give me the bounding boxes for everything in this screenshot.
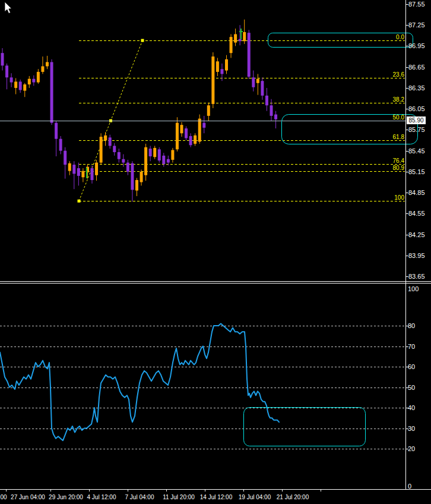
candle-body (131, 163, 134, 190)
time-axis-label: 7 Jul 04:00 (125, 494, 154, 501)
candle-body (77, 168, 80, 176)
candle-body (274, 115, 277, 119)
candle-body (1, 53, 4, 65)
price-axis-tick (405, 213, 408, 214)
oscillator-axis-label: 50 (408, 384, 415, 390)
price-axis-tick (405, 25, 408, 26)
candle-body (234, 34, 237, 42)
price-axis-label: 86.05 (408, 106, 425, 112)
chart-canvas[interactable] (0, 0, 431, 504)
oscillator-axis-label: 0 (408, 483, 411, 490)
candle-body (32, 79, 35, 83)
candle-body (230, 37, 233, 53)
oscillator-axis-tick (405, 429, 408, 429)
time-axis-tick (205, 489, 205, 492)
candle-body (185, 128, 188, 138)
candle-body (91, 168, 94, 180)
price-axis-tick (405, 276, 408, 277)
oscillator-line (0, 324, 279, 441)
oscillator-axis-label: 100 (408, 286, 419, 292)
oscillator-axis-tick (405, 326, 408, 326)
oscillator-axis-label: 20 (408, 446, 415, 452)
candle-body (265, 96, 268, 105)
candle-body (140, 172, 143, 182)
fib-level-label: 76.4 (393, 158, 404, 164)
candle-body (167, 159, 170, 163)
price-axis-label: 87.25 (408, 22, 425, 29)
time-axis-tick (321, 489, 321, 492)
time-axis-tick (166, 489, 167, 492)
candle-body (243, 32, 246, 41)
price-axis-tick (405, 88, 408, 89)
candle-body (81, 171, 84, 178)
time-axis-label: 14 Jul 12:00 (200, 494, 233, 501)
candle-body (149, 149, 152, 156)
candle-body (176, 123, 179, 150)
time-axis-tick (243, 489, 244, 492)
chart-window: 87.5587.2586.9586.6586.3586.0585.7585.45… (0, 0, 431, 504)
drawn-rectangle[interactable] (244, 408, 366, 446)
candle-body (5, 65, 8, 77)
price-axis-label: 85.15 (408, 168, 425, 175)
price-axis-tick (405, 151, 408, 152)
fib-level-label: 100 (394, 195, 404, 201)
time-axis-tick (6, 489, 7, 492)
price-axis-tick (405, 46, 408, 46)
candle-body (10, 77, 13, 82)
oscillator-axis-tick (405, 346, 408, 347)
bid-price-box: 85.90 (407, 116, 426, 124)
candle-body (14, 81, 17, 88)
fib-level-label: 61.8 (393, 134, 404, 140)
candle-body (122, 159, 125, 163)
candle-body (202, 123, 205, 128)
candle-body (270, 105, 273, 116)
candle-body (113, 146, 116, 152)
time-axis-label: 21 Jul 20:00 (277, 494, 309, 501)
candle-body (41, 67, 44, 72)
panel-separator-line[interactable] (0, 283, 431, 284)
candle-body (95, 163, 98, 175)
bid-price-value: 85.90 (408, 117, 423, 124)
candle-body (68, 163, 71, 171)
candle-body (55, 123, 58, 139)
fib-level-label: 23.6 (393, 72, 404, 78)
price-axis-label: 87.55 (408, 1, 425, 8)
oscillator-axis-tick (405, 367, 408, 367)
candle-body (189, 136, 192, 145)
price-axis-label: 86.95 (408, 43, 425, 49)
candle-body (144, 147, 147, 175)
candle-body (194, 136, 197, 144)
candle-body (100, 137, 103, 162)
candle-body (23, 84, 26, 91)
candle-body (135, 180, 138, 191)
time-axis-tick (89, 489, 90, 492)
price-axis-tick (405, 193, 408, 193)
candle-body (158, 149, 161, 160)
candle-body (104, 136, 107, 140)
candle-body (72, 165, 75, 174)
price-axis-label: 84.55 (408, 210, 425, 217)
price-axis-label: 84.85 (408, 190, 425, 196)
fib-level-label: 50.0 (393, 115, 404, 121)
price-axis-tick (405, 235, 408, 235)
price-axis-label: 86.65 (408, 64, 425, 70)
price-axis-label: 83.95 (408, 252, 425, 259)
candle-body (261, 81, 264, 96)
panel-separator-line[interactable] (0, 281, 431, 282)
price-axis-tick (405, 109, 408, 109)
time-axis-label: 19 Jul 04:00 (239, 494, 271, 501)
candle-body (252, 77, 255, 87)
price-axis-line (405, 0, 406, 489)
price-axis-tick (405, 130, 408, 130)
price-axis-label: 83.65 (408, 273, 425, 280)
price-axis-tick (405, 67, 408, 68)
price-axis-label: 86.35 (408, 84, 425, 91)
fib-handle[interactable] (141, 39, 144, 42)
candle-body (37, 72, 40, 83)
oscillator-axis-label: 40 (408, 405, 415, 411)
drawn-rectangles[interactable] (244, 33, 418, 446)
candle-body (256, 79, 259, 83)
fib-handle[interactable] (78, 200, 81, 203)
drawn-rectangle[interactable] (268, 33, 413, 48)
time-axis-label: 11 Jul 20:00 (163, 494, 195, 501)
